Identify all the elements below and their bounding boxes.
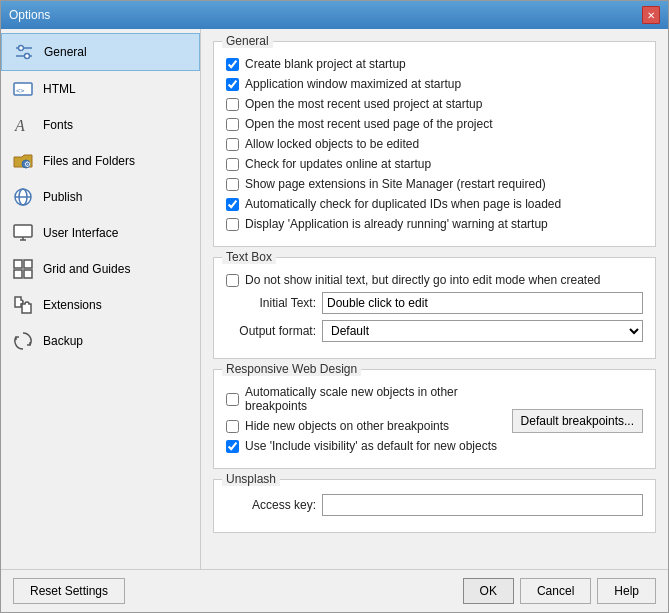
app-maximized-checkbox[interactable] [226,78,239,91]
svg-rect-12 [14,225,32,237]
rwd-include-visibility-label: Use 'Include visibility' as default for … [245,439,497,453]
create-blank-checkbox[interactable] [226,58,239,71]
display-running-warning-checkbox[interactable] [226,218,239,231]
show-page-ext-label: Show page extensions in Site Manager (re… [245,177,546,191]
rwd-content-row: Automatically scale new objects in other… [226,384,643,458]
title-bar: Options ✕ [1,1,668,29]
sidebar-item-grid[interactable]: Grid and Guides [1,251,200,287]
sidebar-item-backup[interactable]: Backup [1,323,200,359]
check-updates-checkbox[interactable] [226,158,239,171]
checkbox-row-2: Application window maximized at startup [226,76,643,92]
general-section-title: General [222,34,273,48]
rwd-section-title: Responsive Web Design [222,362,361,376]
textbox-section: Text Box Do not show initial text, but d… [213,257,656,359]
main-panel: General Create blank project at startup … [201,29,668,569]
options-dialog: Options ✕ General [0,0,669,613]
sidebar-item-html[interactable]: <> HTML [1,71,200,107]
help-button[interactable]: Help [597,578,656,604]
grid-icon [11,257,35,281]
sidebar-label-files: Files and Folders [43,154,135,168]
sidebar-item-publish[interactable]: Publish [1,179,200,215]
sidebar-item-fonts[interactable]: A Fonts [1,107,200,143]
publish-icon [11,185,35,209]
fonts-icon: A [11,113,35,137]
footer-right: OK Cancel Help [463,578,656,604]
rwd-autoscale-label: Automatically scale new objects in other… [245,385,512,413]
checkbox-row-6: Check for updates online at startup [226,156,643,172]
sidebar-label-general: General [44,45,87,59]
footer: Reset Settings OK Cancel Help [1,569,668,612]
reset-settings-button[interactable]: Reset Settings [13,578,125,604]
textbox-edit-mode-checkbox[interactable] [226,274,239,287]
sidebar-label-extensions: Extensions [43,298,102,312]
initial-text-input[interactable] [322,292,643,314]
initial-text-row: Initial Text: [226,292,643,314]
display-running-warning-label: Display 'Application is already running'… [245,217,548,231]
sidebar-label-publish: Publish [43,190,82,204]
textbox-section-title: Text Box [222,250,276,264]
access-key-row: Access key: [226,494,643,516]
sidebar-label-grid: Grid and Guides [43,262,130,276]
create-blank-label: Create blank project at startup [245,57,406,71]
sidebar-item-ui[interactable]: User Interface [1,215,200,251]
textbox-edit-mode-label: Do not show initial text, but directly g… [245,273,601,287]
sidebar-item-general[interactable]: General [1,33,200,71]
rwd-hide-objects-checkbox[interactable] [226,420,239,433]
sidebar-item-extensions[interactable]: Extensions [1,287,200,323]
check-dup-ids-checkbox[interactable] [226,198,239,211]
close-button[interactable]: ✕ [642,6,660,24]
rwd-autoscale-checkbox[interactable] [226,393,239,406]
app-maximized-label: Application window maximized at startup [245,77,461,91]
checkbox-row-7: Show page extensions in Site Manager (re… [226,176,643,192]
unsplash-section: Unsplash Access key: [213,479,656,533]
rwd-include-visibility-checkbox[interactable] [226,440,239,453]
backup-icon [11,329,35,353]
sidebar-label-backup: Backup [43,334,83,348]
footer-left: Reset Settings [13,578,125,604]
output-format-select[interactable]: Default HTML Plain Text [322,320,643,342]
initial-text-label: Initial Text: [226,296,316,310]
allow-locked-label: Allow locked objects to be edited [245,137,419,151]
sidebar: General <> HTML A Fonts [1,29,201,569]
html-icon: <> [11,77,35,101]
checkbox-row-3: Open the most recent used project at sta… [226,96,643,112]
svg-rect-16 [24,260,32,268]
cancel-button[interactable]: Cancel [520,578,591,604]
access-key-input[interactable] [322,494,643,516]
rwd-checkboxes: Automatically scale new objects in other… [226,384,512,458]
checkbox-row-8: Automatically check for duplicated IDs w… [226,196,643,212]
sidebar-label-fonts: Fonts [43,118,73,132]
svg-text:<>: <> [16,87,24,95]
sliders-icon [12,40,36,64]
monitor-icon [11,221,35,245]
sidebar-label-html: HTML [43,82,76,96]
output-format-label: Output format: [226,324,316,338]
output-format-row: Output format: Default HTML Plain Text [226,320,643,342]
svg-rect-15 [14,260,22,268]
checkbox-row-4: Open the most recent used page of the pr… [226,116,643,132]
unsplash-section-title: Unsplash [222,472,280,486]
rwd-row-2: Hide new objects on other breakpoints [226,418,512,434]
open-recent-project-checkbox[interactable] [226,98,239,111]
svg-point-1 [19,46,24,51]
check-updates-label: Check for updates online at startup [245,157,431,171]
sidebar-item-files[interactable]: ⚙ Files and Folders [1,143,200,179]
open-recent-page-checkbox[interactable] [226,118,239,131]
default-breakpoints-button[interactable]: Default breakpoints... [512,409,643,433]
ok-button[interactable]: OK [463,578,514,604]
checkbox-row-1: Create blank project at startup [226,56,643,72]
rwd-section: Responsive Web Design Automatically scal… [213,369,656,469]
textbox-edit-mode-row: Do not show initial text, but directly g… [226,272,643,288]
checkbox-row-5: Allow locked objects to be edited [226,136,643,152]
show-page-ext-checkbox[interactable] [226,178,239,191]
sidebar-label-ui: User Interface [43,226,118,240]
svg-text:⚙: ⚙ [24,160,31,169]
rwd-row-3: Use 'Include visibility' as default for … [226,438,512,454]
checkbox-row-9: Display 'Application is already running'… [226,216,643,232]
check-dup-ids-label: Automatically check for duplicated IDs w… [245,197,561,211]
svg-rect-17 [14,270,22,278]
folder-icon: ⚙ [11,149,35,173]
open-recent-project-label: Open the most recent used project at sta… [245,97,482,111]
access-key-label: Access key: [226,498,316,512]
allow-locked-checkbox[interactable] [226,138,239,151]
